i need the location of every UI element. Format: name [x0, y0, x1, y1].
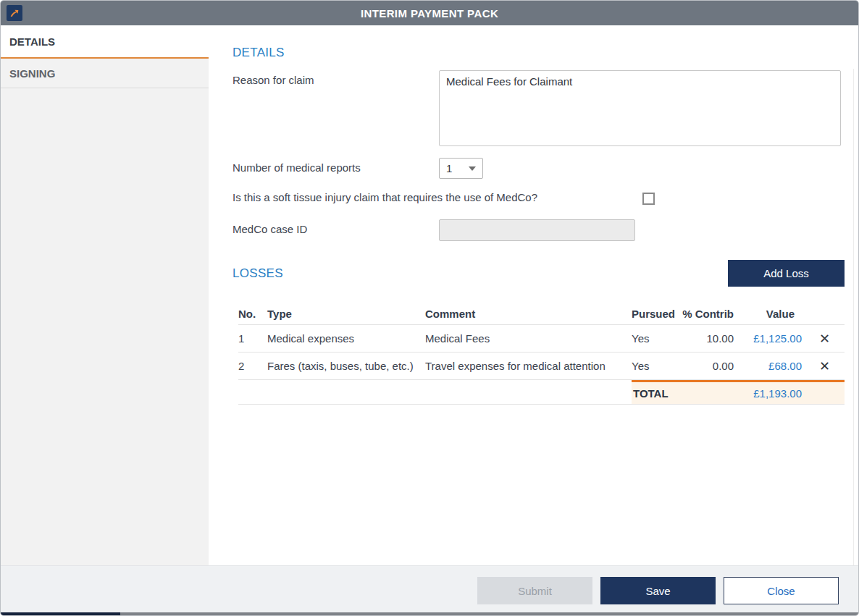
row-contrib: 10.00 — [682, 332, 735, 345]
medco-case-id-field-wrap — [439, 219, 841, 241]
row-actions: ✕ — [805, 360, 845, 373]
medco-question-label: Is this a soft tissue injury claim that … — [232, 191, 537, 203]
close-button[interactable]: Close — [724, 577, 839, 604]
losses-table-header-row: No. Type Comment Pursued % Contrib Value — [238, 303, 845, 325]
losses-table: No. Type Comment Pursued % Contrib Value… — [238, 303, 845, 405]
interim-payment-pack-dialog: INTERIM PAYMENT PACK DETAILS SIGNING DET… — [0, 0, 859, 616]
row-value: £68.00 — [735, 360, 805, 372]
losses-section-heading: LOSSES — [232, 266, 283, 281]
dropdown-selected-value: 1 — [446, 162, 452, 174]
row-contrib: 0.00 — [682, 360, 735, 372]
row-type: Fares (taxis, buses, tube, etc.) — [267, 360, 425, 372]
sidebar: DETAILS SIGNING — [1, 25, 209, 565]
col-header-comment: Comment — [425, 308, 632, 320]
table-row: 2 Fares (taxis, buses, tube, etc.) Trave… — [238, 353, 845, 380]
delete-loss-icon[interactable]: ✕ — [819, 332, 830, 345]
row-comment: Medical Fees — [425, 332, 632, 345]
medco-checkbox[interactable] — [642, 193, 655, 205]
row-value: £1,125.00 — [735, 332, 805, 345]
row-no: 1 — [238, 332, 267, 345]
row-type: Medical expenses — [267, 332, 425, 345]
details-section-heading: DETAILS — [232, 46, 845, 60]
reason-for-claim-field-wrap: Medical Fees for Claimant — [439, 70, 841, 149]
spacer — [232, 179, 841, 191]
row-no: 2 — [238, 360, 267, 372]
row-actions: ✕ — [805, 332, 845, 345]
medco-case-id-input[interactable] — [439, 219, 635, 241]
reason-for-claim-label: Reason for claim — [232, 70, 439, 149]
total-label: TOTAL — [632, 387, 735, 400]
dialog-body: DETAILS SIGNING DETAILS Reason for claim… — [1, 25, 858, 565]
content-right-divider — [853, 69, 854, 565]
app-logo-icon — [7, 5, 22, 21]
main-content: DETAILS Reason for claim Medical Fees fo… — [209, 25, 859, 565]
add-loss-button[interactable]: Add Loss — [728, 260, 845, 287]
col-header-type: Type — [267, 308, 425, 320]
col-header-pursued: Pursued — [632, 308, 682, 320]
spacer — [232, 210, 841, 219]
medco-case-id-label: MedCo case ID — [232, 219, 439, 241]
spacer — [232, 149, 841, 158]
total-row: TOTAL £1,193.00 — [238, 380, 845, 405]
total-value: £1,193.00 — [735, 387, 805, 400]
total-band: TOTAL £1,193.00 — [632, 380, 845, 404]
row-comment: Travel expenses for medical attention — [425, 360, 632, 372]
window-bottom-edge — [1, 612, 858, 615]
col-header-contrib: % Contrib — [682, 308, 735, 320]
sidebar-item-signing-label: SIGNING — [9, 67, 55, 80]
row-pursued: Yes — [632, 332, 682, 345]
sidebar-item-details[interactable]: DETAILS — [1, 25, 209, 59]
number-of-medical-reports-label: Number of medical reports — [232, 158, 439, 179]
delete-loss-icon[interactable]: ✕ — [819, 360, 830, 373]
titlebar: INTERIM PAYMENT PACK — [1, 1, 858, 25]
submit-button[interactable]: Submit — [477, 577, 592, 604]
footer-bar: Submit Save Close — [1, 565, 858, 615]
details-form: Reason for claim Medical Fees for Claima… — [232, 70, 845, 241]
col-header-no: No. — [238, 308, 267, 320]
sidebar-item-details-label: DETAILS — [9, 35, 55, 48]
save-button[interactable]: Save — [600, 577, 716, 604]
reason-for-claim-textarea[interactable]: Medical Fees for Claimant — [439, 70, 841, 146]
medco-question-row: Is this a soft tissue injury claim that … — [232, 191, 841, 210]
losses-header-row: LOSSES Add Loss — [232, 260, 845, 287]
number-of-medical-reports-dropdown[interactable]: 1 — [439, 158, 483, 179]
sidebar-item-signing[interactable]: SIGNING — [1, 59, 209, 88]
table-row: 1 Medical expenses Medical Fees Yes 10.0… — [238, 325, 845, 353]
arrow-swoosh-icon — [9, 7, 20, 19]
row-pursued: Yes — [632, 360, 682, 372]
number-of-medical-reports-field-wrap: 1 — [439, 158, 841, 179]
dialog-title: INTERIM PAYMENT PACK — [361, 7, 498, 20]
col-header-value: Value — [735, 308, 805, 320]
chevron-down-icon — [469, 166, 476, 171]
